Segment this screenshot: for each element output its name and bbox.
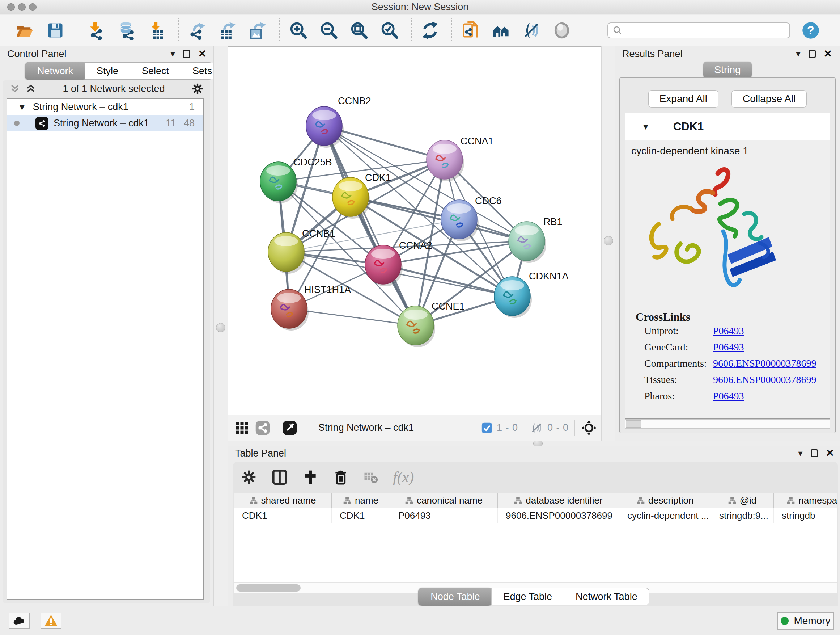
warnings-button[interactable] [41, 613, 62, 629]
tab-style[interactable]: Style [85, 63, 130, 79]
tab-edge-table[interactable]: Edge Table [491, 588, 564, 605]
node-CCNB2[interactable]: CCNB2 [306, 96, 371, 148]
crosslink-link[interactable]: P06493 [713, 325, 744, 337]
cloud-status-button[interactable] [9, 613, 30, 629]
import-network-from-file-button[interactable] [85, 20, 106, 41]
search-input[interactable] [622, 25, 785, 36]
table-cell[interactable]: 9606.ENSP00000378699 [498, 508, 619, 523]
hide-selected-button[interactable] [521, 20, 542, 41]
fit-content-button[interactable] [349, 20, 370, 41]
graphics-detail-icon[interactable] [255, 420, 270, 435]
selected-checkbox-icon[interactable] [481, 422, 493, 434]
table-cell[interactable]: stringdb:9... [711, 508, 774, 523]
hidden-eye-icon[interactable] [530, 421, 544, 435]
show-all-button[interactable] [551, 20, 572, 41]
network-overview-button[interactable] [491, 20, 512, 41]
export-network-button[interactable] [187, 20, 208, 41]
control-panel-float-icon[interactable] [183, 50, 190, 58]
import-table-from-file-button[interactable] [146, 20, 167, 41]
crosslink-link[interactable]: P06493 [713, 341, 744, 353]
network-canvas[interactable]: CCNB2CCNA1CDC25BCDK1CDC6RB1CCNB1CCNA2CDK… [228, 47, 601, 415]
crosslink-link[interactable]: P06493 [713, 390, 744, 402]
zoom-in-button[interactable] [288, 20, 309, 41]
column-header-database-identifier[interactable]: database identifier [498, 494, 619, 508]
results-panel-menu-icon[interactable]: ▾ [796, 50, 800, 58]
edge-CCNB2-CCNE1[interactable] [324, 126, 416, 325]
attribute-icon [637, 497, 645, 505]
detach-view-icon[interactable] [282, 420, 297, 435]
network-row-selected[interactable]: String Network – cdk1 11 48 [7, 115, 203, 131]
table-gear-icon[interactable] [241, 469, 257, 485]
table-panel-close-icon[interactable]: ✕ [826, 448, 834, 458]
network-collection-row[interactable]: ▼ String Network – cdk1 1 [7, 99, 203, 115]
control-panel-title: Control Panel [7, 49, 66, 60]
show-columns-icon[interactable] [271, 469, 288, 486]
column-header-canonical-name[interactable]: canonical name [390, 494, 498, 508]
export-table-button[interactable] [217, 20, 238, 41]
collapse-all-button[interactable]: Collapse All [731, 90, 807, 108]
tab-network-table[interactable]: Network Table [564, 588, 649, 605]
table-cell[interactable]: P06493 [390, 508, 498, 523]
left-splitter-handle[interactable] [216, 323, 225, 333]
results-panel-close-icon[interactable]: ✕ [824, 49, 832, 59]
horizontal-splitter[interactable] [228, 441, 840, 446]
zoom-out-button[interactable] [318, 20, 339, 41]
column-header-shared-name[interactable]: shared name [234, 494, 332, 508]
tab-node-table[interactable]: Node Table [418, 587, 492, 606]
table-cell[interactable]: CDK1 [332, 508, 390, 523]
tree-expander-icon[interactable]: ▼ [18, 103, 27, 111]
results-scrollbar[interactable] [625, 419, 830, 429]
right-splitter-handle[interactable] [604, 236, 613, 245]
add-column-icon[interactable] [302, 469, 318, 485]
table-row[interactable]: CDK1CDK1P064939606.ENSP00000378699cyclin… [234, 508, 837, 523]
right-splitter[interactable] [601, 46, 616, 441]
export-image-button[interactable] [248, 20, 268, 41]
import-network-from-database-button[interactable] [116, 20, 137, 41]
node-CCNE1[interactable]: CCNE1 [398, 301, 465, 347]
collapse-all-icon[interactable] [9, 83, 20, 94]
delete-column-icon[interactable] [333, 469, 349, 485]
zoom-selected-button[interactable] [379, 20, 400, 41]
left-splitter[interactable] [213, 46, 228, 606]
table-panel-menu-icon[interactable]: ▾ [798, 449, 802, 458]
column-header-name[interactable]: name [332, 494, 390, 508]
results-scrollbar-thumb[interactable] [626, 420, 641, 428]
expand-all-icon[interactable] [25, 83, 36, 94]
node-HIST1H1A[interactable]: HIST1H1A [271, 284, 351, 331]
divider [524, 420, 524, 436]
memory-button[interactable]: Memory [777, 612, 834, 630]
crosslink-row: Pharos:P06493 [644, 390, 744, 402]
table-cell[interactable]: cyclin-dependent ... [619, 508, 711, 523]
birds-eye-view-icon[interactable] [235, 421, 249, 435]
tab-select[interactable]: Select [130, 63, 180, 79]
help-button[interactable]: ? [800, 20, 821, 41]
node-CCNA1[interactable]: CCNA1 [426, 136, 494, 181]
results-panel-float-icon[interactable] [808, 50, 816, 58]
tab-network[interactable]: Network [25, 62, 85, 80]
expand-all-button[interactable]: Expand All [648, 90, 718, 108]
table-cell[interactable]: CDK1 [234, 508, 332, 523]
control-panel-menu-icon[interactable]: ▾ [171, 50, 175, 58]
crosslink-link[interactable]: 9606.ENSP00000378699 [713, 374, 816, 386]
column-header-description[interactable]: description [619, 494, 711, 508]
gene-header-row[interactable]: ▼ CDK1 [625, 113, 829, 140]
gene-collapse-icon[interactable]: ▼ [641, 122, 650, 131]
open-session-button[interactable] [14, 20, 35, 41]
table-cell[interactable]: stringdb [774, 508, 837, 523]
gene-details-box: ▼ CDK1 cyclin-dependent kinase 1 CrossLi… [625, 112, 830, 418]
node-RB1[interactable]: RB1 [508, 217, 562, 263]
save-session-button[interactable] [45, 20, 66, 41]
column-header-namespace[interactable]: namespace [774, 494, 837, 508]
crosslink-link[interactable]: 9606.ENSP00000378699 [713, 358, 816, 369]
node-CCNB1[interactable]: CCNB1 [268, 228, 335, 274]
gear-icon[interactable] [191, 82, 204, 95]
column-header-@id[interactable]: @id [711, 494, 774, 508]
new-network-from-selection-button[interactable] [460, 20, 481, 41]
control-panel-close-icon[interactable]: ✕ [198, 49, 207, 59]
tab-string[interactable]: String [703, 62, 752, 78]
fit-selected-icon[interactable] [581, 420, 597, 436]
node-CDC6[interactable]: CDC6 [441, 195, 502, 241]
node-CDKN1A[interactable]: CDKN1A [494, 271, 569, 318]
table-panel-float-icon[interactable] [811, 449, 818, 457]
refresh-button[interactable] [420, 20, 441, 41]
